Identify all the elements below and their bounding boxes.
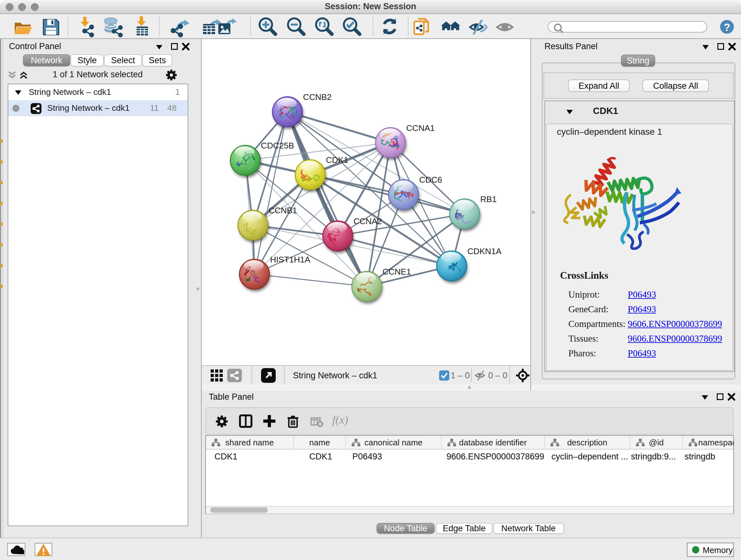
svg-text:CDC6: CDC6: [419, 175, 442, 185]
svg-text:CDK1: CDK1: [326, 155, 348, 165]
svg-text:CCNB1: CCNB1: [269, 206, 297, 215]
svg-text:?: ?: [724, 21, 730, 33]
svg-text:CDC25B: CDC25B: [261, 141, 294, 150]
svg-text:CCNA2: CCNA2: [353, 216, 382, 226]
svg-text:RB1: RB1: [480, 194, 496, 204]
svg-text:CDKN1A: CDKN1A: [467, 246, 501, 256]
svg-text:CCNA1: CCNA1: [406, 123, 434, 133]
svg-text:CCNB2: CCNB2: [303, 92, 332, 102]
svg-text:CCNE1: CCNE1: [382, 267, 411, 276]
svg-text:HIST1H1A: HIST1H1A: [270, 255, 311, 264]
